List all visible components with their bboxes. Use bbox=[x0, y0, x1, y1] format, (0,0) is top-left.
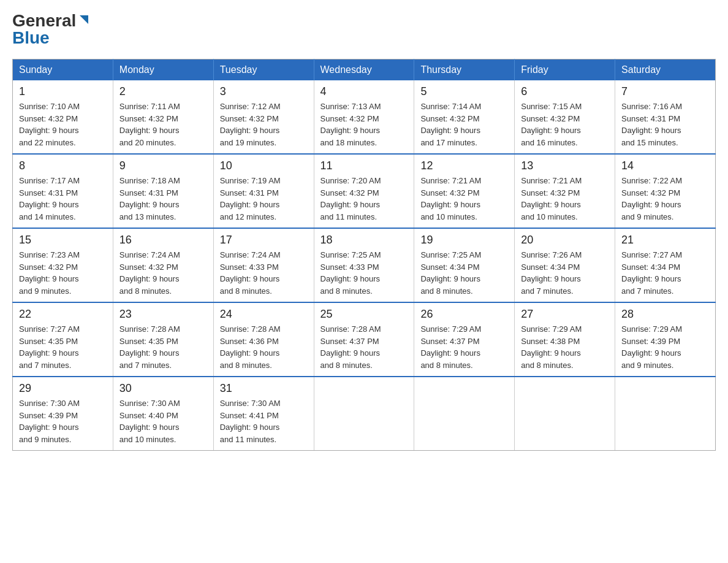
calendar-cell: 27 Sunrise: 7:29 AM Sunset: 4:38 PM Dayl… bbox=[515, 302, 615, 377]
day-info: Sunrise: 7:30 AM Sunset: 4:39 PM Dayligh… bbox=[19, 397, 107, 445]
day-number: 6 bbox=[521, 85, 609, 98]
day-info: Sunrise: 7:12 AM Sunset: 4:32 PM Dayligh… bbox=[220, 101, 308, 148]
calendar-cell: 24 Sunrise: 7:28 AM Sunset: 4:36 PM Dayl… bbox=[213, 302, 314, 377]
calendar-cell: 12 Sunrise: 7:21 AM Sunset: 4:32 PM Dayl… bbox=[414, 154, 515, 228]
calendar-cell: 25 Sunrise: 7:28 AM Sunset: 4:37 PM Dayl… bbox=[314, 302, 414, 377]
calendar-cell bbox=[615, 377, 716, 451]
day-number: 22 bbox=[19, 308, 107, 321]
calendar-cell: 22 Sunrise: 7:27 AM Sunset: 4:35 PM Dayl… bbox=[13, 302, 113, 377]
day-info: Sunrise: 7:24 AM Sunset: 4:32 PM Dayligh… bbox=[119, 249, 207, 297]
day-info: Sunrise: 7:29 AM Sunset: 4:39 PM Dayligh… bbox=[621, 323, 709, 371]
calendar-cell: 2 Sunrise: 7:11 AM Sunset: 4:32 PM Dayli… bbox=[113, 80, 213, 154]
day-info: Sunrise: 7:14 AM Sunset: 4:32 PM Dayligh… bbox=[420, 101, 508, 148]
day-info: Sunrise: 7:26 AM Sunset: 4:34 PM Dayligh… bbox=[521, 249, 609, 297]
day-number: 13 bbox=[521, 159, 609, 172]
day-number: 26 bbox=[420, 308, 508, 321]
calendar-cell: 16 Sunrise: 7:24 AM Sunset: 4:32 PM Dayl… bbox=[113, 228, 213, 302]
logo: General Blue bbox=[12, 12, 91, 47]
day-number: 11 bbox=[320, 159, 408, 172]
calendar-cell: 6 Sunrise: 7:15 AM Sunset: 4:32 PM Dayli… bbox=[515, 80, 615, 154]
day-number: 3 bbox=[220, 85, 308, 98]
day-info: Sunrise: 7:19 AM Sunset: 4:31 PM Dayligh… bbox=[220, 175, 308, 223]
day-number: 15 bbox=[19, 234, 107, 247]
calendar-header-row: SundayMondayTuesdayWednesdayThursdayFrid… bbox=[13, 59, 716, 81]
day-number: 20 bbox=[521, 234, 609, 247]
calendar-cell: 7 Sunrise: 7:16 AM Sunset: 4:31 PM Dayli… bbox=[615, 80, 716, 154]
day-number: 5 bbox=[420, 85, 508, 98]
day-of-week-header: Tuesday bbox=[213, 59, 314, 81]
day-info: Sunrise: 7:30 AM Sunset: 4:40 PM Dayligh… bbox=[119, 397, 207, 445]
day-number: 21 bbox=[621, 234, 709, 247]
day-info: Sunrise: 7:10 AM Sunset: 4:32 PM Dayligh… bbox=[19, 101, 107, 148]
calendar-cell: 3 Sunrise: 7:12 AM Sunset: 4:32 PM Dayli… bbox=[213, 80, 314, 154]
calendar-cell: 10 Sunrise: 7:19 AM Sunset: 4:31 PM Dayl… bbox=[213, 154, 314, 228]
calendar-cell bbox=[515, 377, 615, 451]
calendar-cell: 1 Sunrise: 7:10 AM Sunset: 4:32 PM Dayli… bbox=[13, 80, 113, 154]
calendar-cell: 15 Sunrise: 7:23 AM Sunset: 4:32 PM Dayl… bbox=[13, 228, 113, 302]
day-number: 8 bbox=[19, 159, 107, 172]
day-of-week-header: Sunday bbox=[13, 59, 113, 81]
day-info: Sunrise: 7:29 AM Sunset: 4:38 PM Dayligh… bbox=[521, 323, 609, 371]
calendar-cell: 9 Sunrise: 7:18 AM Sunset: 4:31 PM Dayli… bbox=[113, 154, 213, 228]
logo-general-text: General bbox=[12, 12, 76, 29]
calendar-cell: 31 Sunrise: 7:30 AM Sunset: 4:41 PM Dayl… bbox=[213, 377, 314, 451]
svg-marker-0 bbox=[80, 15, 88, 24]
day-of-week-header: Monday bbox=[113, 59, 213, 81]
day-number: 1 bbox=[19, 85, 107, 98]
day-info: Sunrise: 7:21 AM Sunset: 4:32 PM Dayligh… bbox=[521, 175, 609, 223]
calendar-cell: 18 Sunrise: 7:25 AM Sunset: 4:33 PM Dayl… bbox=[314, 228, 414, 302]
calendar-cell: 11 Sunrise: 7:20 AM Sunset: 4:32 PM Dayl… bbox=[314, 154, 414, 228]
calendar-cell: 8 Sunrise: 7:17 AM Sunset: 4:31 PM Dayli… bbox=[13, 154, 113, 228]
day-info: Sunrise: 7:17 AM Sunset: 4:31 PM Dayligh… bbox=[19, 175, 107, 223]
day-number: 9 bbox=[119, 159, 207, 172]
day-number: 23 bbox=[119, 308, 207, 321]
calendar-cell: 23 Sunrise: 7:28 AM Sunset: 4:35 PM Dayl… bbox=[113, 302, 213, 377]
day-number: 29 bbox=[19, 382, 107, 395]
calendar-week-row: 1 Sunrise: 7:10 AM Sunset: 4:32 PM Dayli… bbox=[13, 80, 716, 154]
day-number: 24 bbox=[220, 308, 308, 321]
day-info: Sunrise: 7:18 AM Sunset: 4:31 PM Dayligh… bbox=[119, 175, 207, 223]
day-info: Sunrise: 7:21 AM Sunset: 4:32 PM Dayligh… bbox=[420, 175, 508, 223]
day-info: Sunrise: 7:27 AM Sunset: 4:34 PM Dayligh… bbox=[621, 249, 709, 297]
calendar-cell: 4 Sunrise: 7:13 AM Sunset: 4:32 PM Dayli… bbox=[314, 80, 414, 154]
day-info: Sunrise: 7:30 AM Sunset: 4:41 PM Dayligh… bbox=[220, 397, 308, 445]
day-number: 25 bbox=[320, 308, 408, 321]
day-info: Sunrise: 7:25 AM Sunset: 4:33 PM Dayligh… bbox=[320, 249, 408, 297]
calendar-cell: 26 Sunrise: 7:29 AM Sunset: 4:37 PM Dayl… bbox=[414, 302, 515, 377]
day-info: Sunrise: 7:28 AM Sunset: 4:35 PM Dayligh… bbox=[119, 323, 207, 371]
calendar-cell: 19 Sunrise: 7:25 AM Sunset: 4:34 PM Dayl… bbox=[414, 228, 515, 302]
calendar-cell: 17 Sunrise: 7:24 AM Sunset: 4:33 PM Dayl… bbox=[213, 228, 314, 302]
day-info: Sunrise: 7:29 AM Sunset: 4:37 PM Dayligh… bbox=[420, 323, 508, 371]
calendar-cell: 29 Sunrise: 7:30 AM Sunset: 4:39 PM Dayl… bbox=[13, 377, 113, 451]
day-info: Sunrise: 7:22 AM Sunset: 4:32 PM Dayligh… bbox=[621, 175, 709, 223]
logo-triangle-icon bbox=[77, 13, 91, 26]
day-number: 4 bbox=[320, 85, 408, 98]
day-number: 14 bbox=[621, 159, 709, 172]
day-number: 2 bbox=[119, 85, 207, 98]
day-info: Sunrise: 7:28 AM Sunset: 4:37 PM Dayligh… bbox=[320, 323, 408, 371]
day-number: 7 bbox=[621, 85, 709, 98]
day-of-week-header: Wednesday bbox=[314, 59, 414, 81]
calendar-cell: 20 Sunrise: 7:26 AM Sunset: 4:34 PM Dayl… bbox=[515, 228, 615, 302]
calendar-cell: 30 Sunrise: 7:30 AM Sunset: 4:40 PM Dayl… bbox=[113, 377, 213, 451]
day-number: 30 bbox=[119, 382, 207, 395]
calendar-cell bbox=[414, 377, 515, 451]
day-info: Sunrise: 7:16 AM Sunset: 4:31 PM Dayligh… bbox=[621, 101, 709, 148]
day-info: Sunrise: 7:20 AM Sunset: 4:32 PM Dayligh… bbox=[320, 175, 408, 223]
calendar-table: SundayMondayTuesdayWednesdayThursdayFrid… bbox=[12, 59, 716, 451]
calendar-cell: 5 Sunrise: 7:14 AM Sunset: 4:32 PM Dayli… bbox=[414, 80, 515, 154]
calendar-week-row: 22 Sunrise: 7:27 AM Sunset: 4:35 PM Dayl… bbox=[13, 302, 716, 377]
day-number: 19 bbox=[420, 234, 508, 247]
day-info: Sunrise: 7:11 AM Sunset: 4:32 PM Dayligh… bbox=[119, 101, 207, 148]
calendar-cell: 13 Sunrise: 7:21 AM Sunset: 4:32 PM Dayl… bbox=[515, 154, 615, 228]
calendar-cell: 14 Sunrise: 7:22 AM Sunset: 4:32 PM Dayl… bbox=[615, 154, 716, 228]
day-info: Sunrise: 7:24 AM Sunset: 4:33 PM Dayligh… bbox=[220, 249, 308, 297]
day-number: 17 bbox=[220, 234, 308, 247]
day-info: Sunrise: 7:13 AM Sunset: 4:32 PM Dayligh… bbox=[320, 101, 408, 148]
day-number: 16 bbox=[119, 234, 207, 247]
day-info: Sunrise: 7:15 AM Sunset: 4:32 PM Dayligh… bbox=[521, 101, 609, 148]
calendar-cell: 28 Sunrise: 7:29 AM Sunset: 4:39 PM Dayl… bbox=[615, 302, 716, 377]
calendar-week-row: 29 Sunrise: 7:30 AM Sunset: 4:39 PM Dayl… bbox=[13, 377, 716, 451]
calendar-cell bbox=[314, 377, 414, 451]
day-info: Sunrise: 7:25 AM Sunset: 4:34 PM Dayligh… bbox=[420, 249, 508, 297]
